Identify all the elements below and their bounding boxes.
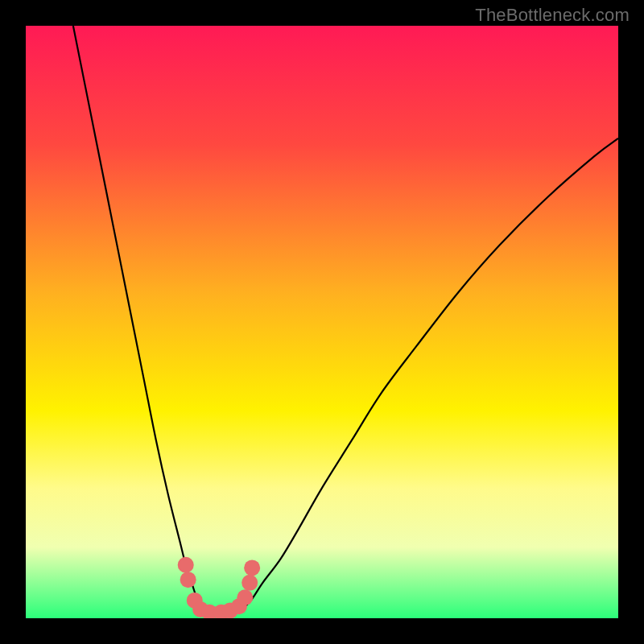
marker-dot: [178, 557, 194, 573]
marker-dot: [244, 559, 260, 576]
plot-area: [26, 26, 618, 618]
marker-dot: [242, 575, 258, 591]
marker-dot: [237, 589, 253, 605]
gradient-background: [26, 26, 618, 618]
marker-dot: [180, 572, 196, 588]
chart-frame: TheBottleneck.com: [0, 0, 644, 644]
watermark-text: TheBottleneck.com: [475, 5, 630, 26]
chart-svg: [26, 26, 618, 618]
